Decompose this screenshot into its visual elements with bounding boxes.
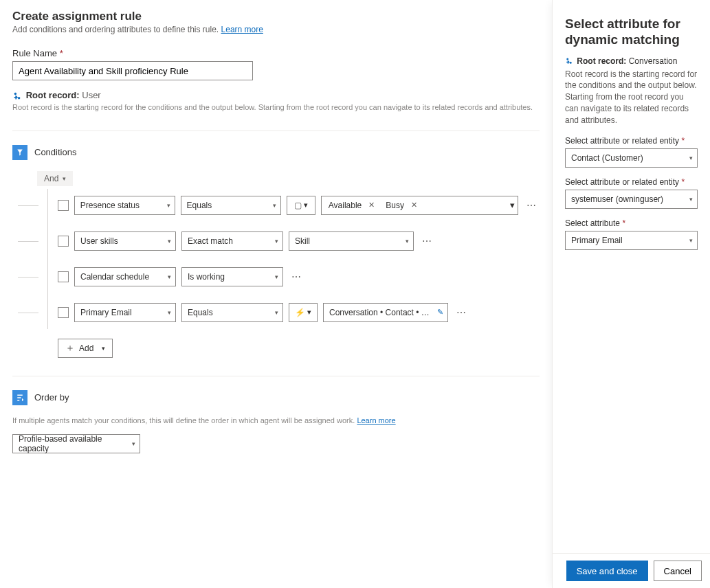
remove-tag-icon[interactable]: ✕ [408,201,420,210]
remove-tag-icon[interactable]: ✕ [366,201,377,210]
tag: Available✕ [324,198,379,213]
lightning-icon: ⚡ [295,308,305,317]
tag: Busy✕ [381,198,421,213]
chevron-down-icon: ▾ [63,175,66,182]
order-by-icon [12,390,27,405]
side-field: Select attribute or related entity syste… [565,177,698,209]
page-title: Create assignment rule [12,10,540,23]
chevron-down-icon: ▾ [102,345,105,352]
root-record: Root record: User [12,90,540,101]
tag-icon: ▢ [294,201,302,210]
page-subtitle: Add conditions and ordering attributes t… [12,25,540,34]
condition-row: Primary Email▾ Equals▾ ⚡▾ Conversation •… [37,303,540,322]
chevron-down-icon: ▾ [167,202,170,209]
side-field-label: Select attribute [565,218,698,228]
condition-row: Calendar schedule▾ Is working▾ ⋯ [37,267,540,286]
rule-name-input[interactable] [12,61,253,80]
learn-more-link[interactable]: Learn more [221,25,263,34]
conditions-tree: Presence status▾ Equals▾ ▢▾ Available✕ B… [37,196,540,358]
attribute-dropdown[interactable]: Primary Email▾ [74,303,176,322]
side-field: Select attribute Primary Email▾ [565,218,698,250]
condition-row: Presence status▾ Equals▾ ▢▾ Available✕ B… [37,196,540,215]
chevron-down-icon: ▾ [689,155,693,161]
row-more-menu[interactable]: ⋯ [524,200,540,211]
order-by-dropdown[interactable]: Profile-based available capacity▾ [12,434,140,453]
operator-dropdown[interactable]: Equals▾ [181,303,283,322]
chevron-down-icon: ▾ [275,238,278,245]
chevron-down-icon: ▾ [304,201,308,210]
side-attribute-dropdown[interactable]: Primary Email▾ [565,231,698,250]
row-checkbox[interactable] [58,200,69,211]
side-attribute-dropdown[interactable]: Contact (Customer)▾ [565,148,698,168]
operator-dropdown[interactable]: Equals▾ [181,196,282,215]
order-learn-more-link[interactable]: Learn more [357,416,395,425]
add-condition-button[interactable]: ＋ Add ▾ [58,339,113,358]
order-by-section: Order by If multiple agents match your c… [12,376,540,453]
row-checkbox[interactable] [58,236,69,247]
chevron-down-icon: ▾ [132,440,135,447]
order-by-header: Order by [12,390,540,405]
attribute-dropdown[interactable]: User skills▾ [74,231,176,251]
root-record-desc: Root record is the starting record for t… [12,102,540,113]
order-by-desc: If multiple agents match your conditions… [12,416,540,425]
row-checkbox[interactable] [58,307,69,318]
value-tags[interactable]: Available✕ Busy✕ ▾ [321,196,518,215]
chevron-down-icon: ▾ [275,309,278,316]
value-type-toggle[interactable]: ▢▾ [287,196,315,215]
order-by-title: Order by [34,392,69,403]
chevron-down-icon: ▾ [510,200,515,210]
conditions-header: Conditions [12,145,540,160]
chevron-down-icon: ▾ [168,273,171,280]
chevron-down-icon: ▾ [307,308,311,317]
rule-name-label: Rule Name [12,48,540,58]
row-more-menu[interactable]: ⋯ [419,236,435,247]
side-field-label: Select attribute or related entity [565,136,698,146]
side-root-desc: Root record is the starting record for t… [565,69,698,126]
hierarchy-icon [565,57,573,65]
chevron-down-icon: ▾ [168,309,171,316]
operator-dropdown[interactable]: Exact match▾ [181,231,283,251]
plus-icon: ＋ [65,342,75,354]
cancel-button[interactable]: Cancel [654,561,702,581]
conditions-section: Conditions And ▾ Presence status▾ Equals… [12,131,540,358]
row-more-menu[interactable]: ⋯ [289,271,304,282]
chevron-down-icon: ▾ [689,196,693,203]
conditions-icon [12,145,27,160]
row-checkbox[interactable] [58,271,69,282]
save-and-close-button[interactable]: Save and close [566,561,648,581]
edit-icon[interactable]: ✎ [437,308,443,317]
row-more-menu[interactable]: ⋯ [454,307,469,318]
side-panel: Select attribute for dynamic matching Ro… [552,0,710,588]
conditions-title: Conditions [34,147,76,157]
condition-row: User skills▾ Exact match▾ Skill▾ ⋯ [37,231,540,251]
value-type-toggle[interactable]: ⚡▾ [289,303,318,322]
side-attribute-dropdown[interactable]: systemuser (owninguser)▾ [565,190,698,209]
chevron-down-icon: ▾ [275,273,278,280]
hierarchy-icon [12,91,22,101]
attribute-dropdown[interactable]: Calendar schedule▾ [74,267,176,286]
value-dropdown[interactable]: Skill▾ [289,231,414,251]
operator-dropdown[interactable]: Is working▾ [181,267,283,286]
chevron-down-icon: ▾ [168,238,171,245]
side-panel-footer: Save and close Cancel [553,553,710,588]
side-field: Select attribute or related entity Conta… [565,136,698,168]
attribute-dropdown[interactable]: Presence status▾ [74,196,175,215]
dynamic-value[interactable]: Conversation • Contact • User • P... ✎ [323,303,448,322]
chevron-down-icon: ▾ [273,202,276,209]
chevron-down-icon: ▾ [689,237,693,244]
side-panel-title: Select attribute for dynamic matching [565,16,698,48]
side-root-record: Root record: Conversation [565,56,698,66]
main-panel: Create assignment rule Add conditions an… [0,0,552,588]
chevron-down-icon: ▾ [406,238,409,245]
group-operator-dropdown[interactable]: And ▾ [37,171,73,186]
side-field-label: Select attribute or related entity [565,177,698,187]
